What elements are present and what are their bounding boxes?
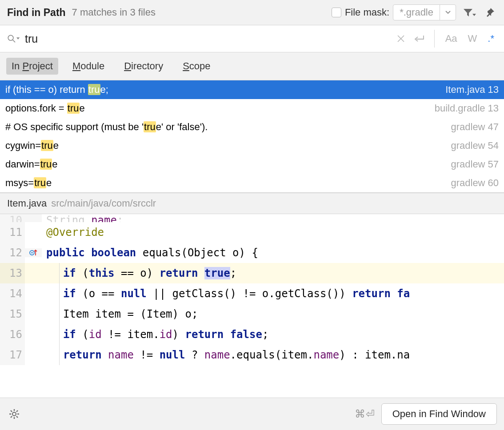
code-preview[interactable]: 10 String name; 11 @Override 12 public b… (0, 214, 504, 398)
result-file: gradlew (451, 177, 485, 189)
chevron-down-icon[interactable] (440, 4, 456, 20)
newline-icon[interactable] (413, 32, 426, 45)
filter-icon[interactable] (462, 5, 476, 20)
pin-icon[interactable] (483, 5, 497, 20)
result-file: gradlew (451, 140, 485, 151)
svg-point-6 (12, 412, 16, 416)
result-line: 54 (488, 140, 499, 151)
result-line: 13 (488, 103, 499, 114)
clear-icon[interactable] (394, 32, 408, 45)
file-mask-label: File mask: (345, 7, 389, 18)
scope-tab-module[interactable]: Module (67, 58, 110, 75)
svg-line-1 (13, 40, 15, 42)
result-row[interactable]: # OS specific support (must be 'true' or… (0, 118, 504, 136)
gutter-line: 16 (0, 324, 25, 345)
result-file: Item.java (445, 84, 485, 96)
result-row[interactable]: msys=true gradlew 60 (0, 174, 504, 192)
search-input[interactable] (25, 32, 389, 45)
file-mask-select[interactable]: *.gradle (393, 4, 456, 20)
search-icon[interactable] (7, 32, 20, 45)
regex-toggle[interactable]: .* (485, 33, 497, 44)
preview-header: Item.java src/main/java/com/srcclr (0, 193, 504, 214)
svg-line-12 (16, 416, 18, 418)
whole-word-toggle[interactable]: W (465, 33, 480, 44)
file-mask-checkbox[interactable] (332, 8, 341, 17)
result-row[interactable]: if (this == o) return true; Item.java 13 (0, 80, 504, 99)
result-file: gradlew (451, 121, 485, 133)
dialog-header: Find in Path 7 matches in 3 files File m… (0, 0, 504, 25)
svg-line-14 (11, 416, 12, 418)
search-row: Aa W .* (0, 25, 504, 52)
scope-tab-scope[interactable]: Scope (177, 58, 216, 75)
result-line: 57 (488, 159, 499, 170)
result-row[interactable]: darwin=true gradlew 57 (0, 155, 504, 174)
scope-tab-directory[interactable]: Directory (119, 58, 168, 75)
gutter-line: 13 (0, 263, 25, 283)
result-row[interactable]: cygwin=true gradlew 54 (0, 136, 504, 155)
file-mask-group: File mask: *.gradle (332, 4, 456, 20)
result-line: 47 (488, 121, 499, 133)
results-list: if (this == o) return true; Item.java 13… (0, 80, 504, 193)
svg-point-0 (8, 35, 13, 40)
match-case-toggle[interactable]: Aa (443, 33, 460, 44)
dialog-footer: ⌘⏎ Open in Find Window (0, 398, 504, 430)
result-file: gradlew (451, 159, 485, 170)
svg-point-5 (31, 252, 33, 254)
gutter-line: 12 (0, 243, 25, 263)
gear-icon[interactable] (7, 407, 21, 421)
scope-tabs: In Project Module Directory Scope (0, 52, 504, 80)
gutter-line: 14 (0, 283, 25, 304)
match-count: 7 matches in 3 files (72, 7, 156, 18)
file-mask-value: *.gradle (393, 7, 440, 18)
svg-line-11 (11, 410, 12, 412)
preview-path: src/main/java/com/srcclr (51, 198, 156, 209)
override-gutter-icon[interactable] (25, 248, 42, 257)
gutter-line: 11 (0, 222, 25, 243)
open-in-find-window-button[interactable]: Open in Find Window (381, 403, 497, 425)
result-line: 60 (488, 177, 499, 189)
gutter-line: 15 (0, 304, 25, 324)
keyboard-hint: ⌘⏎ (355, 408, 375, 420)
dialog-title: Find in Path (7, 7, 66, 19)
result-row[interactable]: options.fork = true build.gradle 13 (0, 99, 504, 118)
result-file: build.gradle (435, 103, 485, 114)
preview-file: Item.java (7, 198, 47, 209)
scope-tab-project[interactable]: In Project (6, 58, 58, 75)
gutter-line: 17 (0, 345, 25, 365)
result-line: 13 (488, 84, 499, 96)
svg-line-13 (16, 410, 18, 412)
